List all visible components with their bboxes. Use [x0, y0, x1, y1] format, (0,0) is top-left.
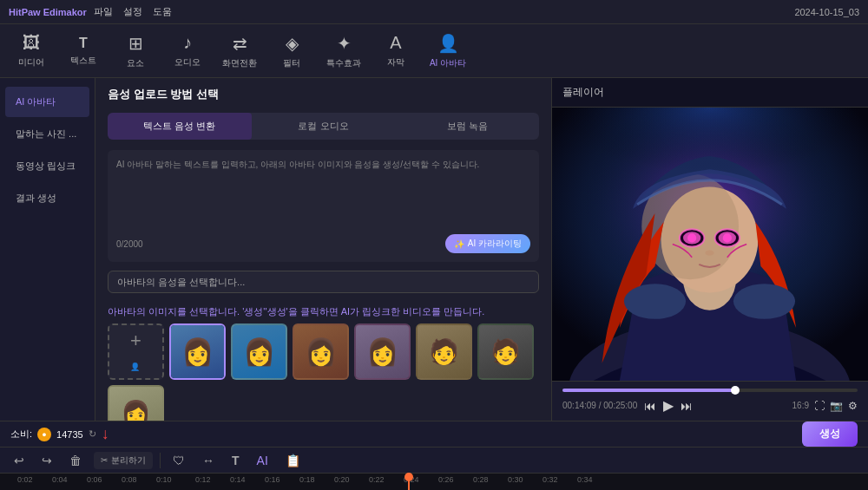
toolbar-filter-label: 필터 [283, 57, 300, 69]
toolbar: 🖼 미디어 T 텍스트 ⊞ 요소 ♪ 오디오 ⇄ 화면전환 ◈ 필터 ✦ 특수효… [0, 24, 868, 78]
split-btn[interactable]: ✂ 분리하기 [94, 452, 153, 469]
toolbar-avatar-label: AI 아바타 [430, 57, 466, 69]
preview-video [552, 108, 868, 381]
avatar-item-6[interactable]: 🧑 [477, 323, 534, 380]
tick-0:02: 0:02 [17, 475, 33, 484]
ai-btn[interactable]: AI [252, 451, 273, 470]
video-progress-fill [562, 389, 733, 392]
toolbar-audio[interactable]: ♪ 오디오 [163, 29, 212, 74]
arrow-indicator: ↓ [102, 425, 109, 443]
avatar-item-4[interactable]: 👩 [354, 323, 411, 380]
avatar-item-5[interactable]: 🧑 [416, 323, 472, 380]
char-count: 0/2000 [116, 239, 143, 249]
tick-0:04: 0:04 [52, 475, 68, 484]
ai-color-button[interactable]: ✨ AI 카라라이팅 [445, 234, 530, 253]
titlebar: HitPaw Edimakor 파일 설정 도움 2024-10-15_03 [0, 0, 868, 24]
video-progress-bar[interactable] [562, 389, 858, 392]
current-time: 00:14:09 [562, 401, 596, 410]
avatar-item-1[interactable]: 👩 [169, 323, 226, 380]
content-panel: 음성 업로드 방법 선택 텍스트 음성 변환 로컬 오디오 보럼 녹음 AI 아… [95, 78, 551, 421]
video-buttons: 00:14:09 / 00:25:00 ⏮ ▶ ⏭ [562, 397, 693, 414]
main-area: AI 아바타 말하는 사진 ... 동영상 립싱크 결과 생성 음성 업로드 방… [0, 78, 868, 421]
tick-0:10: 0:10 [156, 475, 172, 484]
audio-icon: ♪ [183, 33, 192, 53]
avatar-add-new[interactable]: +👤 [108, 323, 164, 380]
menu-file[interactable]: 파일 [94, 5, 113, 18]
sidebar-item-ai-avatar[interactable]: AI 아바타 [5, 87, 89, 117]
voice-select[interactable]: 아바타의 음성을 선택합니다... [108, 271, 539, 293]
redo-btn[interactable]: ↪ [36, 451, 57, 470]
toolbar-subtitle-label: 자막 [387, 56, 404, 69]
date-display: 2024-10-15_03 [794, 7, 859, 17]
avatar-grid-row1: +👤 👩 👩 👩 👩 [108, 323, 539, 421]
snapshot-btn[interactable]: 📷 [830, 400, 843, 412]
toolbar-subtitle[interactable]: A 자막 [372, 29, 420, 74]
tick-0:12: 0:12 [195, 475, 211, 484]
undo-btn[interactable]: ↩ [9, 451, 30, 470]
sidebar-item-result-gen[interactable]: 결과 생성 [5, 183, 89, 213]
preview-title: 플레이어 [552, 78, 868, 108]
toolbar-effects[interactable]: ✦ 특수효과 [319, 29, 368, 74]
toolbar-elements[interactable]: ⊞ 요소 [111, 29, 160, 74]
tab-recording[interactable]: 보럼 녹음 [395, 113, 539, 140]
avatar-face-7: 👩 [109, 387, 162, 421]
avatar-person-5: 🧑 [429, 337, 459, 366]
avatar-face-5: 🧑 [418, 325, 470, 378]
tick-0:26: 0:26 [438, 475, 454, 484]
tab-local-audio[interactable]: 로컬 오디오 [252, 113, 396, 140]
fullscreen-btn[interactable]: ⛶ [814, 400, 825, 412]
menu-settings[interactable]: 설정 [123, 5, 142, 18]
time-display: 00:14:09 / 00:25:00 [562, 401, 637, 410]
credits-label: 소비: [10, 428, 32, 441]
toolbar-elements-label: 요소 [127, 57, 144, 69]
shield-btn[interactable]: 🛡 [168, 451, 190, 470]
text-btn[interactable]: T [227, 451, 245, 470]
avatar-item-7[interactable]: 👩 [108, 385, 164, 421]
prev-frame-btn[interactable]: ⏮ [644, 399, 656, 413]
avatar-item-2[interactable]: 👩 [231, 323, 287, 380]
delete-btn[interactable]: 🗑 [64, 451, 87, 470]
clipboard-btn[interactable]: 📋 [280, 451, 306, 470]
avatar-item-3[interactable]: 👩 [293, 323, 349, 380]
generate-label: 생성 [819, 428, 840, 440]
avatar-person-7: 👩 [121, 399, 151, 421]
toolbar-avatar[interactable]: 👤 AI 아바타 [424, 29, 472, 74]
media-icon: 🖼 [23, 33, 40, 53]
tick-0:16: 0:16 [265, 475, 280, 484]
tick-0:30: 0:30 [508, 475, 523, 484]
sidebar-item-video-lipsync[interactable]: 동영상 립싱크 [5, 151, 89, 181]
effects-icon: ✦ [337, 33, 352, 54]
svg-point-16 [733, 284, 795, 319]
preview-panel: 플레이어 [551, 78, 868, 421]
stretch-btn[interactable]: ↔ [197, 451, 220, 470]
tick-0:18: 0:18 [299, 475, 315, 484]
sidebar-item-talking-photo[interactable]: 말하는 사진 ... [5, 119, 89, 149]
timeline-cursor[interactable]: ✂ [408, 473, 410, 490]
app-logo: HitPaw Edimakor [9, 7, 87, 17]
video-ratio: 16:9 ⛶ 📷 ⚙ [792, 400, 858, 412]
timeline: 0:02 0:04 0:06 0:08 0:10 0:12 0:14 0:16 … [0, 473, 868, 490]
tick-0:14: 0:14 [230, 475, 246, 484]
refresh-icon[interactable]: ↻ [89, 428, 96, 440]
avatar-face-1: 👩 [171, 325, 224, 378]
svg-point-15 [624, 284, 686, 319]
add-icon: +👤 [130, 330, 141, 375]
toolbar-transition[interactable]: ⇄ 화면전환 [215, 29, 264, 74]
toolbar-transition-label: 화면전환 [222, 57, 257, 69]
next-frame-btn[interactable]: ⏭ [681, 399, 693, 413]
toolbar-media[interactable]: 🖼 미디어 [7, 29, 56, 74]
tab-local-audio-label: 로컬 오디오 [298, 121, 348, 131]
sidebar-ai-avatar-label: AI 아바타 [16, 96, 56, 107]
avatar-section-title: 아바타의 이미지를 선택합니다. '생성''생성'을 클릭하면 AI가 립싱크한… [108, 306, 484, 317]
toolbar-text[interactable]: T 텍스트 [59, 29, 108, 74]
credits-value: 14735 [56, 429, 83, 440]
toolbar-filter[interactable]: ◈ 필터 [267, 29, 316, 74]
tick-0:34: 0:34 [577, 475, 593, 484]
play-btn[interactable]: ▶ [663, 397, 674, 414]
titlebar-menu: 파일 설정 도움 [94, 5, 172, 18]
generate-button[interactable]: 생성 [802, 421, 858, 447]
menu-help[interactable]: 도움 [153, 5, 172, 18]
settings-btn[interactable]: ⚙ [848, 400, 858, 412]
script-input[interactable] [116, 176, 530, 228]
tab-text-to-speech[interactable]: 텍스트 음성 변환 [108, 113, 252, 140]
